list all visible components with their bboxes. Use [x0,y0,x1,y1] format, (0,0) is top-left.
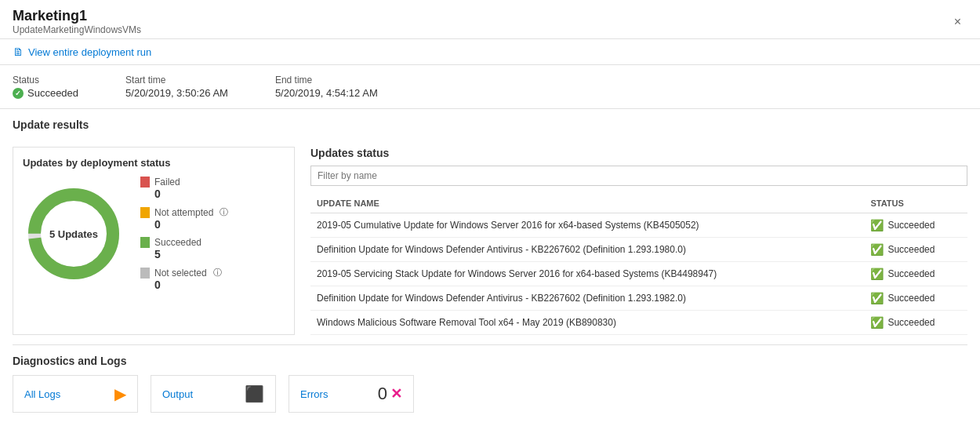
success-check-icon: ✅ [870,292,884,304]
status-item: Status Succeeded [13,75,78,99]
status-text: Succeeded [887,220,935,231]
errors-link[interactable]: Errors [300,388,328,400]
update-name-cell: Definition Update for Windows Defender A… [310,238,864,262]
update-status-cell: ✅ Succeeded [864,213,967,238]
results-section: Updates by deployment status 5 Updates [13,147,967,335]
failed-color [140,177,150,188]
main-content: Update results Updates by deployment sta… [0,109,980,437]
legend-not-attempted: Not attempted ⓘ 0 [140,206,228,231]
chart-box: Updates by deployment status 5 Updates [13,147,295,335]
update-results-title: Update results [13,118,967,131]
updates-table: UPDATE NAME STATUS 2019-05 Cumulative Up… [310,194,967,335]
succeeded-count: 5 [154,248,228,260]
diagnostics-section: Diagnostics and Logs All Logs ▶ Output ⬛… [13,344,967,413]
output-link[interactable]: Output [162,388,193,400]
end-time-item: End time 5/20/2019, 4:54:12 AM [275,75,378,99]
update-name-cell: Definition Update for Windows Defender A… [310,286,864,311]
all-logs-link[interactable]: All Logs [24,388,60,400]
filter-input[interactable] [310,166,967,186]
update-name-cell: 2019-05 Cumulative Update for Windows Se… [310,213,864,238]
output-card: Output ⬛ [151,375,276,413]
not-selected-info: ⓘ [213,267,222,279]
main-title: Marketing1 [13,8,141,24]
sub-title: UpdateMarketingWindowsVMs [13,24,141,35]
not-attempted-label: Not attempted [154,207,213,218]
status-text: Succeeded [887,293,935,304]
update-status-cell: ✅ Succeeded [864,311,967,335]
status-text: Succeeded [887,268,935,279]
status-text: Succeeded [887,317,935,328]
table-row: 2019-05 Cumulative Update for Windows Se… [310,213,967,238]
legend-failed: Failed 0 [140,177,228,200]
col-update-name: UPDATE NAME [310,194,864,213]
update-name-cell: Windows Malicious Software Removal Tool … [310,311,864,335]
donut-chart: 5 Updates [23,183,125,285]
diag-cards: All Logs ▶ Output ⬛ Errors 0 ✕ [13,375,967,413]
failed-count: 0 [154,188,228,200]
all-logs-card: All Logs ▶ [13,375,138,413]
status-label: Status [13,75,78,86]
diagnostics-title: Diagnostics and Logs [13,355,967,367]
close-button[interactable]: × [948,12,967,32]
start-time-value: 5/20/2019, 3:50:26 AM [125,87,228,99]
title-bar: Marketing1 UpdateMarketingWindowsVMs × [0,0,980,39]
output-icon: ⬛ [245,384,264,403]
view-deployment-link[interactable]: View entire deployment run [28,46,151,58]
success-check-icon: ✅ [870,219,884,231]
not-selected-count: 0 [154,279,228,291]
end-time-label: End time [275,75,378,86]
donut-center-label: 5 Updates [49,228,98,240]
updates-status-title: Updates status [310,147,967,159]
success-status-icon [13,88,24,99]
legend-succeeded: Succeeded 5 [140,237,228,260]
succeeded-color [140,237,150,248]
update-status-cell: ✅ Succeeded [864,238,967,262]
update-status-cell: ✅ Succeeded [864,286,967,311]
errors-x-icon: ✕ [390,385,402,402]
view-link-bar: 🗎 View entire deployment run [0,39,980,65]
chart-legend: Failed 0 Not attempted ⓘ 0 [140,177,228,291]
not-attempted-color [140,207,150,218]
not-attempted-count: 0 [154,218,228,231]
not-selected-color [140,268,150,279]
status-text: Succeeded [27,87,78,99]
table-row: Definition Update for Windows Defender A… [310,238,967,262]
update-name-cell: 2019-05 Servicing Stack Update for Windo… [310,262,864,286]
errors-card: Errors 0 ✕ [289,375,414,413]
status-text: Succeeded [887,244,935,255]
status-value: Succeeded [13,87,78,99]
table-header-row: UPDATE NAME STATUS [310,194,967,213]
start-time-label: Start time [125,75,228,86]
play-icon: ▶ [114,384,126,403]
title-bar-left: Marketing1 UpdateMarketingWindowsVMs [13,8,141,35]
chart-title: Updates by deployment status [23,157,285,169]
not-attempted-info: ⓘ [220,206,228,218]
success-check-icon: ✅ [870,316,884,329]
not-selected-label: Not selected [154,268,207,279]
success-check-icon: ✅ [870,268,884,280]
failed-label: Failed [154,177,180,188]
success-check-icon: ✅ [870,243,884,256]
legend-not-selected: Not selected ⓘ 0 [140,267,228,291]
end-time-value: 5/20/2019, 4:54:12 AM [275,87,378,99]
table-row: 2019-05 Servicing Stack Update for Windo… [310,262,967,286]
table-row: Definition Update for Windows Defender A… [310,286,967,311]
start-time-item: Start time 5/20/2019, 3:50:26 AM [125,75,228,99]
table-row: Windows Malicious Software Removal Tool … [310,311,967,335]
status-bar: Status Succeeded Start time 5/20/2019, 3… [0,65,980,109]
updates-status-panel: Updates status UPDATE NAME STATUS 2019-0… [310,147,967,335]
col-status: STATUS [864,194,967,213]
succeeded-label: Succeeded [154,237,201,248]
errors-count: 0 ✕ [378,384,402,404]
errors-number: 0 [378,384,387,404]
document-icon: 🗎 [13,46,24,58]
chart-inner: 5 Updates Failed 0 Not attempt [23,177,285,291]
update-status-cell: ✅ Succeeded [864,262,967,286]
